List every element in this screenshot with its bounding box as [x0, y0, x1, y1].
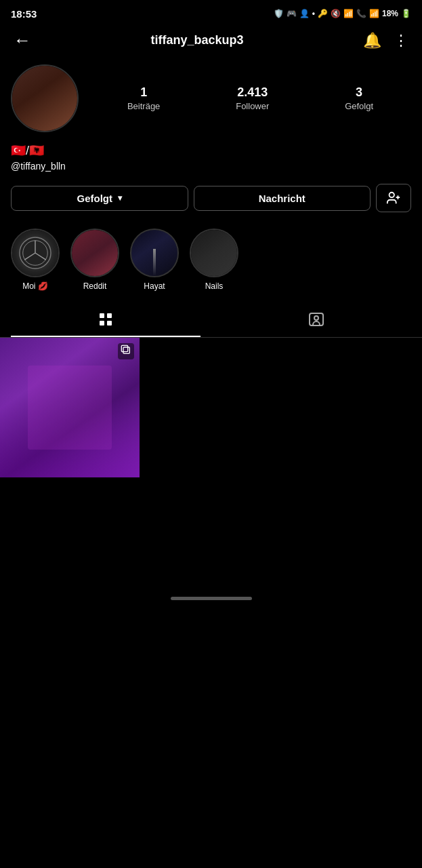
- tab-tagged[interactable]: [211, 302, 423, 337]
- posts-label: Beiträge: [127, 101, 160, 111]
- svg-rect-15: [122, 345, 128, 351]
- action-buttons: Gefolgt ▾ Nachricht: [0, 177, 422, 220]
- battery-text: 18%: [382, 9, 398, 18]
- highlight-moi[interactable]: Moi 💋: [11, 229, 60, 291]
- highlight-img-reddit: [72, 230, 118, 276]
- post-item-1[interactable]: [0, 338, 140, 477]
- stats-row: 1 Beiträge 2.413 Follower 3 Gefolgt: [89, 85, 411, 111]
- chevron-down-icon: ▾: [118, 193, 122, 203]
- following-count: 3: [356, 85, 362, 100]
- mercedes-bg: [12, 230, 58, 276]
- add-person-icon: [386, 191, 401, 205]
- signal-icon: 📶: [369, 9, 379, 18]
- notification-icon[interactable]: 🔔: [363, 32, 381, 50]
- highlight-reddit[interactable]: Reddit: [70, 229, 119, 291]
- highlight-label-nails: Nails: [205, 281, 224, 291]
- svg-rect-11: [107, 321, 112, 326]
- add-user-button[interactable]: [376, 184, 411, 212]
- highlight-label-moi: Moi 💋: [22, 281, 48, 291]
- svg-rect-14: [123, 347, 129, 353]
- tab-bar: [0, 302, 422, 338]
- wifi-icon: 📶: [343, 9, 354, 18]
- profile-username: tiffany_backup3: [31, 33, 363, 47]
- grid-icon: [98, 311, 114, 328]
- mute-icon: 🔇: [331, 9, 341, 18]
- following-label: Gefolgt: [345, 101, 373, 111]
- mercedes-logo: [19, 237, 51, 269]
- header: ← tiffany_backup3 🔔 ⋮: [0, 24, 422, 59]
- more-options-icon[interactable]: ⋮: [394, 32, 408, 50]
- svg-rect-10: [100, 321, 104, 326]
- posts-grid: [0, 338, 422, 477]
- status-time: 18:53: [11, 8, 37, 20]
- highlight-hayat[interactable]: Hayat: [130, 229, 179, 291]
- highlight-circle-reddit: [70, 229, 119, 277]
- layers-icon: [121, 344, 131, 355]
- shield-icon: 🛡️: [274, 9, 284, 18]
- avatar-image: [12, 66, 77, 131]
- user-icon: 👤: [299, 9, 310, 18]
- empty-space: [0, 477, 422, 586]
- posts-count: 1: [140, 85, 147, 100]
- followed-button[interactable]: Gefolgt ▾: [11, 186, 188, 211]
- svg-rect-9: [107, 313, 112, 318]
- bio-section: 🇹🇷/🇦🇱 @tiffany_blln: [0, 140, 422, 177]
- followers-stat[interactable]: 2.413 Follower: [236, 85, 269, 111]
- followed-label: Gefolgt: [77, 193, 113, 204]
- back-button[interactable]: ←: [14, 30, 31, 51]
- bio-handle[interactable]: @tiffany_blln: [11, 161, 411, 172]
- highlight-label-reddit: Reddit: [83, 281, 107, 291]
- header-action-icons: 🔔 ⋮: [363, 32, 408, 50]
- person-tag-icon: [308, 311, 324, 328]
- followers-count: 2.413: [237, 85, 268, 100]
- highlight-nails[interactable]: Nails: [190, 229, 238, 291]
- home-indicator: [0, 586, 422, 606]
- highlights-section: Moi 💋 Reddit Hayat Nails: [0, 220, 422, 296]
- highlight-img-nails: [191, 230, 237, 276]
- battery-icon: 🔋: [401, 9, 411, 18]
- highlight-img-hayat: [131, 230, 177, 276]
- avatar[interactable]: [11, 64, 79, 132]
- tab-grid[interactable]: [0, 302, 211, 337]
- call-icon: 📞: [356, 9, 366, 18]
- key-icon: 🔑: [318, 9, 328, 18]
- home-bar: [171, 597, 252, 600]
- following-stat[interactable]: 3 Gefolgt: [345, 85, 373, 111]
- followers-label: Follower: [236, 101, 269, 111]
- dot-icon: •: [312, 9, 315, 18]
- highlight-label-hayat: Hayat: [144, 281, 165, 291]
- profile-section: 1 Beiträge 2.413 Follower 3 Gefolgt: [0, 59, 422, 140]
- svg-rect-8: [100, 313, 104, 318]
- multiple-posts-icon: [118, 343, 134, 359]
- svg-point-13: [314, 316, 318, 320]
- status-icons: 🛡️ 🎮 👤 • 🔑 🔇 📶 📞 📶 18% 🔋: [274, 9, 411, 18]
- svg-point-0: [389, 193, 394, 197]
- status-bar: 18:53 🛡️ 🎮 👤 • 🔑 🔇 📶 📞 📶 18% 🔋: [0, 0, 422, 24]
- game-icon: 🎮: [287, 9, 297, 18]
- highlight-circle-hayat: [130, 229, 179, 277]
- highlight-circle-moi: [11, 229, 60, 277]
- message-button[interactable]: Nachricht: [194, 186, 371, 211]
- bio-flags: 🇹🇷/🇦🇱: [11, 143, 411, 158]
- posts-stat[interactable]: 1 Beiträge: [127, 85, 160, 111]
- highlight-circle-nails: [190, 229, 238, 277]
